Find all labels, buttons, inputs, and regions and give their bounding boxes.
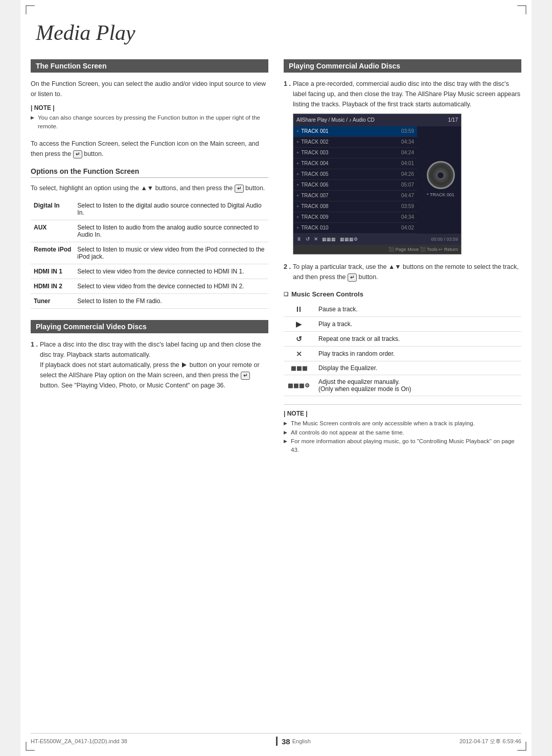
control-symbol: ↺ [284,332,314,347]
allshare-track-item: + TRACK 001 03:59 [293,126,417,137]
video-discs-step1: 1 . Place a disc into the disc tray with… [31,339,268,391]
control-desc: Play tracks in random order. [314,347,521,361]
note-item-1: You can also change sources by pressing … [31,113,268,131]
function-screen-heading: The Function Screen [31,59,268,73]
allshare-screenshot: AllShare Play / Music / ♪ Audio CD 1/17 … [293,113,462,255]
options-heading: Options on the Function Screen [31,167,268,178]
track-plus: + [296,171,299,178]
allshare-title-text: AllShare Play / Music / ♪ Audio CD [296,116,375,124]
audio-discs-list: 1 . Place a pre-recorded, commercial aud… [284,79,521,282]
track-name: TRACK 006 [301,181,401,189]
table-row: Digital In Select to listen to the digit… [31,198,268,220]
table-cell-desc: Select to listen to audio from the analo… [74,220,268,242]
audio-discs-step2: 2 . To play a particular track, use the … [284,262,521,282]
table-row: HDMI IN 2 Select to view video from the … [31,279,268,293]
lang-label: English [292,738,311,744]
track-plus: + [296,214,299,221]
video-discs-heading: Playing Commercial Video Discs [31,320,268,333]
track-time: 04:34 [401,213,414,221]
control-close: ✕ [314,235,318,243]
note-box-function: | NOTE | You can also change sources by … [31,104,268,131]
table-cell-label: HDMI IN 2 [31,279,74,293]
step1-num: 1 . [31,339,38,350]
control-pause: ⏸ [296,235,302,243]
track-plus: + [296,160,299,167]
table-cell-desc: Select to view video from the device con… [74,264,268,279]
options-intro: To select, highlight an option using the… [31,183,268,193]
enter-btn-icon-4: ↵ [348,273,357,282]
disc-label: * TRACK 001 [427,191,454,198]
music-note-item: All controls do not appear at the same t… [284,428,521,437]
track-time: 03:59 [401,127,414,135]
control-eq: ▦▦▦ [322,236,336,243]
control-eq2: ▦▦▦⚙ [340,236,358,243]
track-name: TRACK 005 [301,170,401,178]
track-name: TRACK 010 [301,224,401,232]
track-plus: + [296,224,299,232]
track-plus: + [296,181,299,189]
table-row: HDMI IN 1 Select to view video from the … [31,264,268,279]
track-name: TRACK 003 [301,149,401,157]
allshare-track-item: + TRACK 008 03:59 [293,201,417,212]
track-time: 05:07 [401,181,414,189]
table-cell-desc: Select to listen to music or view video … [74,242,268,264]
music-note-items: The Music Screen controls are only acces… [284,419,521,454]
table-row: Remote iPod Select to listen to music or… [31,242,268,264]
audio-discs-step1: 1 . Place a pre-recorded, commercial aud… [284,79,521,255]
table-cell-label: AUX [31,220,74,242]
video-discs-step1-text: Place a disc into the disc tray with the… [40,341,261,389]
control-desc: Display the Equalizer. [314,361,521,375]
table-cell-desc: Select to listen to the FM radio. [74,293,268,308]
control-symbol: ▦▦▦⚙ [284,375,314,396]
progress-time: 00:00 / 03:59 [431,236,458,243]
track-name: TRACK 008 [301,202,401,211]
track-plus: + [296,203,299,210]
page-footer: HT-E5500W_ZA_0417-1(D2D).indd 38 38 Engl… [31,733,521,746]
track-time: 04:01 [401,159,414,168]
allshare-page-indicator: 1/17 [448,116,458,124]
allshare-disc-col: * TRACK 001 [420,126,461,234]
bottom-note: | NOTE | The Music Screen controls are o… [284,404,521,454]
control-row: II Pause a track. [284,302,521,317]
track-plus: + [296,128,299,135]
allshare-track-list: + TRACK 001 03:59 + TRACK 002 04:34 + TR… [293,126,417,234]
table-cell-label: Tuner [31,293,74,308]
music-note-item: The Music Screen controls are only acces… [284,419,521,428]
audio-discs-heading: Playing Commercial Audio Discs [284,59,521,73]
control-desc: Play a track. [314,317,521,332]
control-symbol: II [284,302,314,317]
table-cell-label: HDMI IN 1 [31,264,74,279]
allshare-track-item: + TRACK 003 04:24 [293,148,417,158]
control-desc: Adjust the equalizer manually.(Only when… [314,375,521,396]
track-time: 04:34 [401,138,414,146]
function-screen-intro: On the Function Screen, you can select t… [31,79,268,99]
control-desc: Pause a track. [314,302,521,317]
footer-left: HT-E5500W_ZA_0417-1(D2D).indd 38 [31,738,127,744]
music-note-item: For more information about playing music… [284,437,521,455]
track-time: 04:02 [401,224,414,232]
control-symbol: ▶ [284,317,314,332]
control-row: ▦▦▦⚙ Adjust the equalizer manually.(Only… [284,375,521,396]
allshare-header: AllShare Play / Music / ♪ Audio CD 1/17 [293,114,461,126]
footer-right: 2012-04-17 오후 6:59:46 [459,738,521,745]
track-name: TRACK 007 [301,192,401,200]
corner-tl [26,5,35,14]
control-desc: Repeat one track or all tracks. [314,332,521,347]
enter-button-icon-3: ↵ [241,372,250,380]
table-cell-desc: Select to view video from the device con… [74,279,268,293]
allshare-bottom-bar: ⬛ Page Move ⬛ Tools ↩ Return [293,245,461,254]
note-label-2: | NOTE | [284,410,521,417]
track-time: 04:24 [401,149,414,157]
track-name: TRACK 002 [301,138,401,146]
music-controls-heading: Music Screen Controls [284,290,521,298]
control-repeat: ↺ [306,235,310,243]
page-bar-icon [276,737,278,746]
allshare-track-item: + TRACK 007 04:47 [293,191,417,201]
allshare-controls: ⏸ ↺ ✕ ▦▦▦ ▦▦▦⚙ 00:00 / 03:59 [293,234,461,245]
enter-button-icon-2: ↵ [235,185,244,193]
table-cell-label: Digital In [31,198,74,220]
audio-discs-step1-text: Place a pre-recorded, commercial audio d… [293,80,520,108]
control-row: ⤫ Play tracks in random order. [284,347,521,361]
function-screen-body2: To access the Function Screen, select th… [31,139,268,159]
control-row: ▶ Play a track. [284,317,521,332]
